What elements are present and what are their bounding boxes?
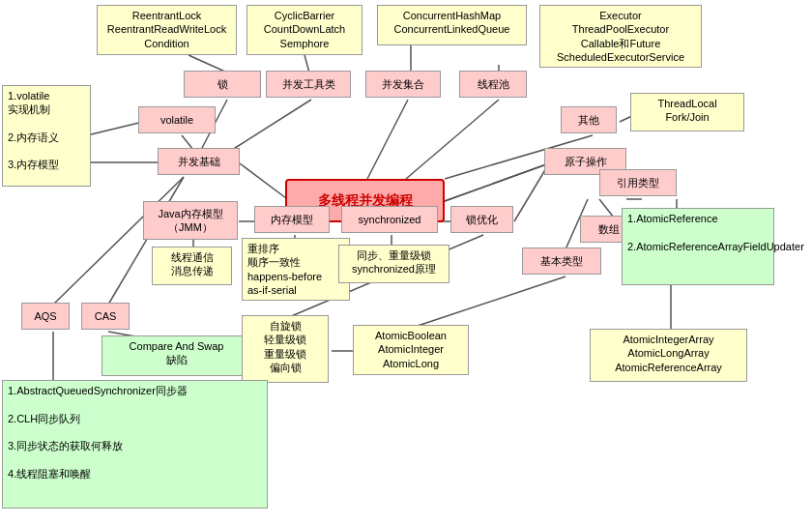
bingfa-gongju-label: 并发工具类	[282, 77, 335, 91]
atomic-bool-box: AtomicBoolean AtomicInteger AtomicLong	[353, 325, 469, 375]
concurrent-map-box: ConcurrentHashMap ConcurrentLinkedQueue	[377, 5, 527, 45]
aqs-detail-label: 1.AbstractQueuedSynchronizer同步器 2.CLH同步队…	[8, 384, 262, 480]
qita-label: 其他	[578, 113, 599, 127]
jmm-box: Java内存模型 （JMM）	[143, 201, 238, 240]
jmm-label: Java内存模型 （JMM）	[158, 207, 222, 235]
svg-line-12	[445, 163, 549, 201]
svg-line-11	[240, 163, 290, 201]
svg-line-28	[415, 277, 566, 327]
reentrantlock-label: ReentrantLock ReentrantReadWriteLock Con…	[107, 10, 226, 49]
sync-detail-label: 同步、重量级锁 synchronized原理	[352, 249, 436, 275]
aqs-label: AQS	[34, 309, 56, 323]
xiancheng-chi-box: 线程池	[459, 71, 527, 98]
bingfa-jichu-label: 并发基础	[178, 155, 220, 168]
svg-line-6	[232, 100, 311, 150]
svg-line-33	[87, 122, 143, 135]
synchronized-box: synchronized	[341, 206, 438, 233]
suo-box: 锁	[184, 71, 261, 98]
aqs-box: AQS	[21, 303, 70, 330]
threadlocal-box: ThreadLocal Fork/Join	[630, 93, 744, 131]
sync-detail-box: 同步、重量级锁 synchronized原理	[338, 245, 450, 283]
jiben-leixing-box: 基本类型	[522, 247, 601, 275]
executor-box: Executor ThreadPoolExecutor Callable和Fut…	[539, 5, 702, 68]
volatile-left-box: 1.volatile 实现机制 2.内存语义 3.内存模型	[2, 85, 91, 187]
atomic-bool-label: AtomicBoolean AtomicInteger AtomicLong	[375, 330, 447, 369]
volatile-left-label: 1.volatile 实现机制 2.内存语义 3.内存模型	[8, 89, 85, 172]
shuzu-label: 数组	[598, 222, 620, 236]
compare-and-swap-label: Compare And Swap 缺陷	[130, 340, 224, 365]
cas-box: CAS	[81, 303, 130, 330]
neicun-moxing-box: 内存模型	[254, 206, 330, 233]
bingfa-jihe-box: 并发集合	[365, 71, 441, 98]
svg-line-24	[53, 177, 184, 305]
qita-box: 其他	[561, 106, 617, 133]
suo-youhua-label: 锁优化	[466, 213, 498, 226]
executor-label: Executor ThreadPoolExecutor Callable和Fut…	[557, 10, 684, 63]
yinyong-leixing-box: 引用类型	[599, 169, 677, 196]
diagram: 多线程并发编程 ReentrantLock ReentrantReadWrite…	[0, 0, 812, 524]
concurrent-map-label: ConcurrentHashMap ConcurrentLinkedQueue	[394, 10, 510, 35]
volatile-label: volatile	[160, 113, 193, 127]
svg-line-26	[108, 177, 184, 305]
xiancheng-tongxin-box: 线程通信 消息传递	[152, 247, 232, 285]
xiancheng-tongxin-label: 线程通信 消息传递	[171, 251, 214, 277]
xiancheng-chi-label: 线程池	[478, 77, 509, 91]
svg-line-13	[445, 163, 549, 201]
threadlocal-label: ThreadLocal Fork/Join	[657, 98, 716, 123]
svg-line-7	[367, 100, 408, 179]
svg-line-8	[406, 100, 499, 179]
bingfa-jichu-box: 并发基础	[158, 148, 240, 175]
bingfa-jihe-label: 并发集合	[382, 77, 424, 91]
suo-label: 锁	[218, 77, 228, 91]
cyclic-label: CyclicBarrier CountDownLatch Semphore	[264, 10, 345, 49]
cyclic-box: CyclicBarrier CountDownLatch Semphore	[246, 5, 362, 55]
cas-label: CAS	[95, 309, 117, 323]
atomic-array-box: AtomicIntegerArray AtomicLongArray Atomi…	[590, 329, 747, 382]
suozhong-box: 自旋锁 轻量级锁 重量级锁 偏向锁	[242, 315, 329, 383]
neicun-moxing-label: 内存模型	[271, 213, 313, 226]
suozhong-label: 自旋锁 轻量级锁 重量级锁 偏向锁	[264, 320, 306, 373]
yuanzi-caozuo-label: 原子操作	[565, 155, 607, 168]
aqs-detail-box: 1.AbstractQueuedSynchronizer同步器 2.CLH同步队…	[2, 380, 268, 509]
chongpai-label: 重排序 顺序一致性 happens-before as-if-serial	[247, 242, 344, 297]
chongpai-box: 重排序 顺序一致性 happens-before as-if-serial	[242, 238, 350, 301]
jiben-leixing-label: 基本类型	[540, 254, 583, 268]
compare-and-swap-box: Compare And Swap 缺陷	[102, 335, 251, 376]
atomic-ref-box: 1.AtomicReference 2.AtomicReferenceArray…	[622, 208, 774, 285]
volatile-box: volatile	[138, 106, 216, 133]
atomic-ref-label: 1.AtomicReference 2.AtomicReferenceArray…	[627, 212, 768, 253]
yinyong-leixing-label: 引用类型	[617, 176, 659, 189]
bingfa-gongju-box: 并发工具类	[266, 71, 351, 98]
reentrantlock-box: ReentrantLock ReentrantReadWriteLock Con…	[97, 5, 237, 55]
atomic-array-label: AtomicIntegerArray AtomicLongArray Atomi…	[615, 334, 722, 373]
synchronized-label: synchronized	[359, 213, 421, 226]
suo-youhua-box: 锁优化	[450, 206, 513, 233]
